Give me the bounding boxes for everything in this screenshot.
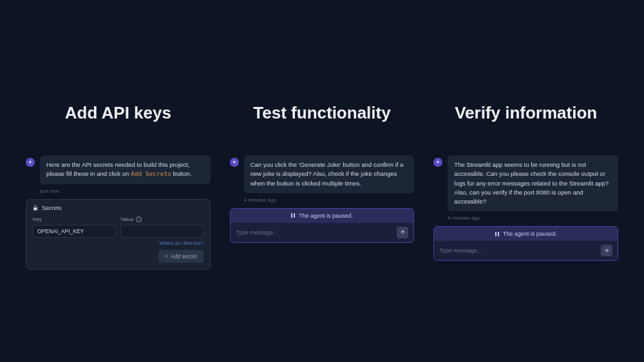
- message-timestamp: 4 minutes ago: [244, 197, 415, 203]
- lock-icon: [33, 205, 38, 211]
- column-title: Test functionality: [230, 103, 415, 123]
- agent-message: Can you click the 'Generate Joke' button…: [244, 155, 415, 193]
- message-timestamp: 9 minutes ago: [448, 215, 618, 221]
- secrets-header: Secrets: [33, 205, 204, 211]
- agent-message: The Streamlit app seems to be running bu…: [448, 155, 618, 211]
- column-title: Add API keys: [26, 103, 211, 123]
- column-title: Verify information: [433, 103, 618, 123]
- agent-message-row: ✦ Can you click the 'Generate Joke' butt…: [230, 155, 415, 193]
- where-find-link[interactable]: Where do I find this?: [120, 240, 203, 246]
- agent-message-row: ✦ The Streamlit app seems to be running …: [433, 155, 618, 211]
- plus-icon: +: [165, 253, 168, 260]
- agent-message-row: ✦ Here are the API secrets needed to bui…: [26, 155, 211, 184]
- paused-banner: The agent is paused.: [231, 209, 414, 223]
- send-button[interactable]: [397, 227, 408, 238]
- agent-message: Here are the API secrets needed to build…: [40, 155, 211, 184]
- paused-input-box: The agent is paused.: [230, 208, 415, 243]
- add-secret-button[interactable]: + Add secret: [158, 250, 204, 263]
- secret-key-input[interactable]: [33, 225, 115, 238]
- column-verify-information: Verify information ✦ The Streamlit app s…: [433, 103, 618, 270]
- key-label: Key: [33, 216, 115, 222]
- svg-rect-0: [33, 207, 37, 211]
- paused-input-box: The agent is paused.: [433, 226, 618, 261]
- secret-value-input[interactable]: [120, 225, 203, 238]
- pause-icon: [291, 213, 295, 218]
- paused-banner: The agent is paused.: [434, 227, 618, 241]
- message-input[interactable]: [236, 229, 392, 236]
- info-icon[interactable]: i: [136, 216, 142, 222]
- secrets-panel: Secrets Key Value i Where do I find this…: [26, 199, 211, 270]
- message-timestamp: just now: [40, 188, 211, 194]
- agent-avatar-icon: ✦: [230, 158, 239, 167]
- agent-avatar-icon: ✦: [26, 158, 35, 167]
- agent-avatar-icon: ✦: [433, 158, 442, 167]
- message-input[interactable]: [439, 247, 596, 254]
- pause-icon: [495, 232, 499, 236]
- column-test-functionality: Test functionality ✦ Can you click the '…: [230, 103, 415, 270]
- column-add-api-keys: Add API keys ✦ Here are the API secrets …: [26, 103, 211, 270]
- send-button[interactable]: [601, 245, 612, 256]
- value-label: Value i: [120, 216, 203, 222]
